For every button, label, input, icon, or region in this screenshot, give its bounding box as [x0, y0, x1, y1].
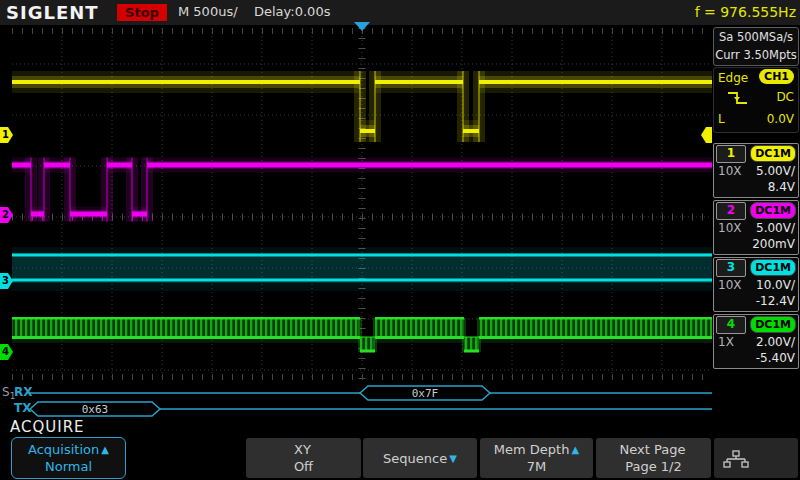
channel3-coupling-badge: DC1M: [750, 259, 796, 276]
channel4-scale: 2.00V/: [756, 334, 795, 350]
arrow-up-icon: ▲: [571, 444, 579, 455]
trigger-level-value: 0.0V: [767, 111, 794, 127]
trigger-source-badge: CH1: [759, 69, 794, 84]
trigger-level-label: L: [718, 112, 725, 126]
menu-button-mem-depth[interactable]: Mem Depth▲ 7M: [480, 438, 593, 478]
menu-title: ACQUIRE: [10, 418, 85, 436]
channel3-info-box[interactable]: 3 DC1M 10X10.0V/ -12.4V: [713, 257, 799, 312]
arrow-down-icon: ▼: [449, 453, 457, 464]
button-sublabel: Page 1/2: [596, 458, 711, 475]
channel3-probe: 10X: [718, 278, 742, 292]
menu-button-next-page[interactable]: Next Page Page 1/2: [596, 438, 711, 478]
decode-rx-value: 0x7F: [360, 387, 490, 401]
arrow-up-icon: ▲: [101, 444, 109, 455]
sidebar: Sa 500MSa/s Curr 3.50Mpts Edge CH1 DC L …: [712, 25, 800, 435]
channel4-coupling-badge: DC1M: [750, 316, 796, 333]
menu-button-xy[interactable]: XY Off: [246, 438, 361, 478]
channel3-offset: -12.4V: [756, 293, 795, 309]
channel3-number: 3: [716, 259, 746, 277]
channel1-number: 1: [716, 145, 746, 163]
menu-button-sequence[interactable]: Sequence▼: [363, 438, 477, 478]
run-state-badge[interactable]: Stop: [117, 4, 167, 21]
button-label: Sequence: [383, 451, 447, 466]
trigger-mode: Edge: [718, 71, 748, 85]
button-label: XY: [294, 442, 311, 457]
delay-readout[interactable]: Delay:0.00s: [254, 4, 330, 19]
channel2-offset: 200mV: [752, 236, 795, 252]
channel4-number: 4: [716, 316, 746, 334]
button-label: Acquisition: [28, 442, 99, 457]
memory-points: Curr 3.50Mpts: [714, 46, 798, 64]
lan-network-icon: [722, 450, 750, 470]
oscilloscope-screen: SIGLENT Stop M 500us/ Delay:0.00s f = 97…: [0, 0, 800, 480]
trigger-info-box[interactable]: Edge CH1 DC L 0.0V: [713, 67, 799, 133]
sample-rate: Sa 500MSa/s: [714, 28, 798, 46]
decode-tx-label: TX: [14, 401, 31, 415]
brand-logo: SIGLENT: [6, 2, 99, 23]
menu-slot-network[interactable]: [714, 438, 798, 478]
button-label: Next Page: [620, 442, 686, 457]
channel4-info-box[interactable]: 4 DC1M 1X2.00V/ -5.40V: [713, 314, 799, 369]
acquisition-info-box: Sa 500MSa/s Curr 3.50Mpts: [713, 27, 799, 66]
trigger-coupling: DC: [776, 89, 794, 105]
channel1-offset: 8.4V: [768, 179, 795, 195]
decode-rx-label: RX: [14, 385, 33, 399]
decode-tx-value: 0x63: [30, 403, 160, 417]
channel2-info-box[interactable]: 2 DC1M 10X5.00V/ 200mV: [713, 200, 799, 255]
channel4-probe: 1X: [718, 335, 734, 349]
channel1-coupling-badge: DC1M: [750, 145, 796, 162]
timebase-readout[interactable]: M 500us/: [178, 4, 238, 19]
header-bar: SIGLENT Stop M 500us/ Delay:0.00s f = 97…: [0, 0, 800, 25]
channel1-scale: 5.00V/: [756, 163, 795, 179]
channel1-info-box[interactable]: 1 DC1M 10X5.00V/ 8.4V: [713, 143, 799, 198]
menu-bar: Acquisition▲ Normal XY Off Sequence▼ Mem…: [0, 435, 800, 480]
button-sublabel: Normal: [12, 458, 125, 475]
channel4-offset: -5.40V: [756, 350, 795, 366]
channel1-probe: 10X: [718, 164, 742, 178]
button-label: Mem Depth: [494, 442, 570, 457]
channel2-probe: 10X: [718, 221, 742, 235]
channel2-coupling-badge: DC1M: [750, 202, 796, 219]
falling-edge-icon: [726, 89, 750, 107]
button-sublabel: 7M: [480, 458, 593, 475]
channel3-scale: 10.0V/: [756, 277, 795, 293]
channel2-number: 2: [716, 202, 746, 220]
menu-button-acquisition[interactable]: Acquisition▲ Normal: [11, 437, 126, 479]
button-sublabel: Off: [246, 458, 361, 475]
channel2-scale: 5.00V/: [756, 220, 795, 236]
frequency-counter: f = 976.555Hz: [695, 4, 796, 20]
